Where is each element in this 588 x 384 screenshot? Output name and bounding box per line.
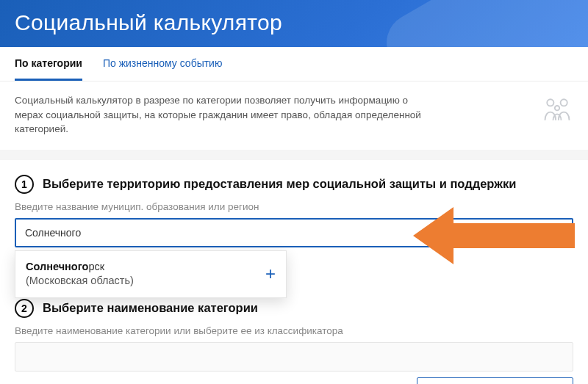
- tab-by-category[interactable]: По категории: [15, 47, 82, 81]
- territory-input[interactable]: [15, 218, 573, 247]
- tabs-bar: По категории По жизненному событию: [0, 47, 588, 81]
- choose-from-classifier-button[interactable]: Выбрать из классификатора: [417, 377, 573, 384]
- step-1-number: 1: [15, 175, 34, 194]
- suggestion-region: (Московская область): [26, 275, 134, 286]
- step-2-number: 2: [15, 299, 34, 318]
- step-2-label: Введите наименование категории или выбер…: [15, 325, 573, 336]
- step-1: 1 Выберите территорию предоставления мер…: [15, 175, 573, 247]
- step-1-label: Введите название муницип. образования ил…: [15, 201, 573, 212]
- category-input[interactable]: [15, 342, 573, 372]
- svg-point-2: [555, 106, 559, 110]
- family-icon: [541, 93, 573, 126]
- svg-point-0: [547, 99, 553, 106]
- step-1-title: Выберите территорию предоставления мер с…: [43, 177, 516, 191]
- intro-text: Социальный калькулятор в разрезе по кате…: [15, 93, 426, 137]
- tab-by-life-event[interactable]: По жизненному событию: [103, 47, 223, 81]
- step-2: 2 Выберите наименование категории Введит…: [15, 299, 573, 384]
- page-header: Социальный калькулятор: [0, 0, 588, 47]
- form-card: 1 Выберите территорию предоставления мер…: [0, 160, 588, 384]
- page-title: Социальный калькулятор: [15, 10, 573, 35]
- step-2-title: Выберите наименование категории: [43, 301, 258, 315]
- territory-suggestion[interactable]: Солнечногорск (Московская область) +: [15, 250, 287, 298]
- plus-icon[interactable]: +: [265, 265, 276, 283]
- svg-point-1: [561, 99, 567, 106]
- suggestion-match: Солнечного: [26, 261, 88, 272]
- intro-panel: Социальный калькулятор в разрезе по кате…: [0, 81, 588, 150]
- suggestion-rest: рск: [88, 261, 104, 272]
- suggestion-text: Солнечногорск (Московская область): [26, 260, 134, 289]
